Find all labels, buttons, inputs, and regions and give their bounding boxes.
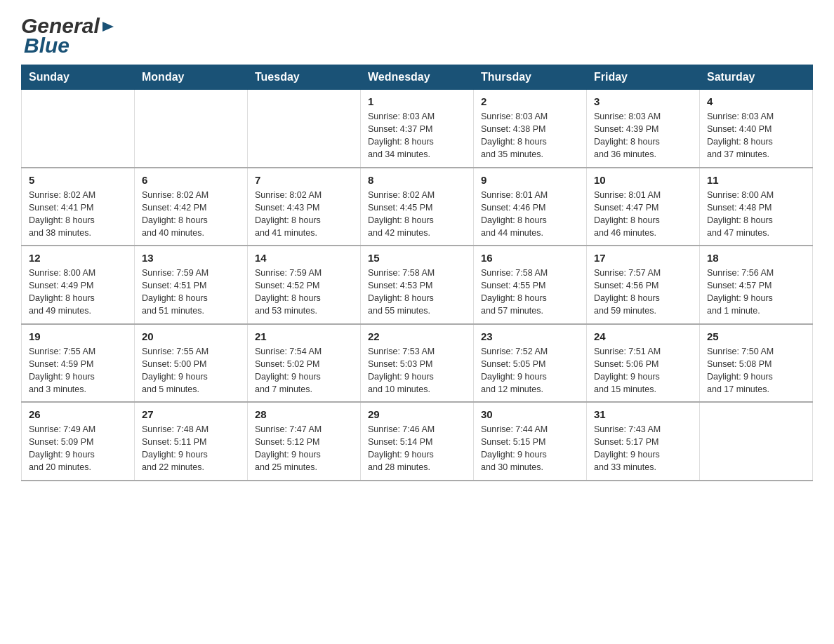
calendar-week-row: 26Sunrise: 7:49 AM Sunset: 5:09 PM Dayli… [22, 402, 813, 481]
calendar-day-26: 26Sunrise: 7:49 AM Sunset: 5:09 PM Dayli… [22, 402, 135, 481]
calendar-week-row: 19Sunrise: 7:55 AM Sunset: 4:59 PM Dayli… [22, 324, 813, 403]
calendar-day-13: 13Sunrise: 7:59 AM Sunset: 4:51 PM Dayli… [135, 246, 248, 324]
day-number: 31 [594, 408, 692, 420]
day-info: Sunrise: 8:03 AM Sunset: 4:38 PM Dayligh… [481, 110, 579, 161]
day-info: Sunrise: 7:57 AM Sunset: 4:56 PM Dayligh… [594, 267, 692, 318]
calendar-day-31: 31Sunrise: 7:43 AM Sunset: 5:17 PM Dayli… [587, 402, 700, 481]
day-info: Sunrise: 7:55 AM Sunset: 5:00 PM Dayligh… [142, 345, 240, 396]
calendar-day-18: 18Sunrise: 7:56 AM Sunset: 4:57 PM Dayli… [700, 246, 813, 324]
calendar-day-1: 1Sunrise: 8:03 AM Sunset: 4:37 PM Daylig… [361, 90, 474, 168]
empty-cell [700, 402, 813, 481]
day-info: Sunrise: 8:00 AM Sunset: 4:48 PM Dayligh… [707, 189, 805, 240]
day-number: 28 [255, 408, 353, 420]
day-number: 8 [368, 174, 466, 186]
calendar-day-27: 27Sunrise: 7:48 AM Sunset: 5:11 PM Dayli… [135, 402, 248, 481]
day-number: 13 [142, 252, 240, 264]
day-number: 15 [368, 252, 466, 264]
day-number: 17 [594, 252, 692, 264]
calendar-day-17: 17Sunrise: 7:57 AM Sunset: 4:56 PM Dayli… [587, 246, 700, 324]
logo: General Blue [21, 14, 117, 58]
calendar-day-28: 28Sunrise: 7:47 AM Sunset: 5:12 PM Dayli… [248, 402, 361, 481]
day-number: 23 [481, 330, 579, 342]
calendar-day-20: 20Sunrise: 7:55 AM Sunset: 5:00 PM Dayli… [135, 324, 248, 403]
day-info: Sunrise: 7:53 AM Sunset: 5:03 PM Dayligh… [368, 345, 466, 396]
day-info: Sunrise: 8:02 AM Sunset: 4:42 PM Dayligh… [142, 189, 240, 240]
day-number: 24 [594, 330, 692, 342]
day-number: 9 [481, 174, 579, 186]
day-info: Sunrise: 7:51 AM Sunset: 5:06 PM Dayligh… [594, 345, 692, 396]
calendar-day-22: 22Sunrise: 7:53 AM Sunset: 5:03 PM Dayli… [361, 324, 474, 403]
day-info: Sunrise: 7:58 AM Sunset: 4:55 PM Dayligh… [481, 267, 579, 318]
empty-cell [248, 90, 361, 168]
weekday-header-tuesday: Tuesday [248, 65, 361, 90]
day-info: Sunrise: 7:44 AM Sunset: 5:15 PM Dayligh… [481, 423, 579, 474]
day-info: Sunrise: 8:02 AM Sunset: 4:43 PM Dayligh… [255, 189, 353, 240]
day-number: 30 [481, 408, 579, 420]
calendar-day-19: 19Sunrise: 7:55 AM Sunset: 4:59 PM Dayli… [22, 324, 135, 403]
day-info: Sunrise: 8:01 AM Sunset: 4:46 PM Dayligh… [481, 189, 579, 240]
day-info: Sunrise: 8:01 AM Sunset: 4:47 PM Dayligh… [594, 189, 692, 240]
day-info: Sunrise: 7:43 AM Sunset: 5:17 PM Dayligh… [594, 423, 692, 474]
day-info: Sunrise: 7:50 AM Sunset: 5:08 PM Dayligh… [707, 345, 805, 396]
day-number: 18 [707, 252, 805, 264]
calendar-day-3: 3Sunrise: 8:03 AM Sunset: 4:39 PM Daylig… [587, 90, 700, 168]
day-number: 26 [29, 408, 127, 420]
calendar-day-7: 7Sunrise: 8:02 AM Sunset: 4:43 PM Daylig… [248, 168, 361, 246]
calendar-day-15: 15Sunrise: 7:58 AM Sunset: 4:53 PM Dayli… [361, 246, 474, 324]
calendar-day-24: 24Sunrise: 7:51 AM Sunset: 5:06 PM Dayli… [587, 324, 700, 403]
weekday-header-friday: Friday [587, 65, 700, 90]
calendar-day-5: 5Sunrise: 8:02 AM Sunset: 4:41 PM Daylig… [22, 168, 135, 246]
calendar-day-16: 16Sunrise: 7:58 AM Sunset: 4:55 PM Dayli… [474, 246, 587, 324]
day-number: 4 [707, 95, 805, 107]
day-info: Sunrise: 8:03 AM Sunset: 4:40 PM Dayligh… [707, 110, 805, 161]
day-number: 16 [481, 252, 579, 264]
logo-arrow-icon [101, 19, 117, 34]
calendar-day-30: 30Sunrise: 7:44 AM Sunset: 5:15 PM Dayli… [474, 402, 587, 481]
day-number: 21 [255, 330, 353, 342]
day-info: Sunrise: 7:59 AM Sunset: 4:51 PM Dayligh… [142, 267, 240, 318]
day-number: 12 [29, 252, 127, 264]
calendar-week-row: 5Sunrise: 8:02 AM Sunset: 4:41 PM Daylig… [22, 168, 813, 246]
day-number: 20 [142, 330, 240, 342]
day-info: Sunrise: 7:47 AM Sunset: 5:12 PM Dayligh… [255, 423, 353, 474]
day-info: Sunrise: 7:55 AM Sunset: 4:59 PM Dayligh… [29, 345, 127, 396]
day-number: 25 [707, 330, 805, 342]
calendar-day-8: 8Sunrise: 8:02 AM Sunset: 4:45 PM Daylig… [361, 168, 474, 246]
calendar-day-10: 10Sunrise: 8:01 AM Sunset: 4:47 PM Dayli… [587, 168, 700, 246]
calendar-day-25: 25Sunrise: 7:50 AM Sunset: 5:08 PM Dayli… [700, 324, 813, 403]
day-number: 22 [368, 330, 466, 342]
day-number: 29 [368, 408, 466, 420]
calendar-day-21: 21Sunrise: 7:54 AM Sunset: 5:02 PM Dayli… [248, 324, 361, 403]
calendar-day-11: 11Sunrise: 8:00 AM Sunset: 4:48 PM Dayli… [700, 168, 813, 246]
page-header: General Blue [21, 14, 813, 58]
calendar-day-12: 12Sunrise: 8:00 AM Sunset: 4:49 PM Dayli… [22, 246, 135, 324]
weekday-header-row: SundayMondayTuesdayWednesdayThursdayFrid… [22, 65, 813, 90]
day-info: Sunrise: 8:02 AM Sunset: 4:45 PM Dayligh… [368, 189, 466, 240]
calendar-day-23: 23Sunrise: 7:52 AM Sunset: 5:05 PM Dayli… [474, 324, 587, 403]
day-number: 10 [594, 174, 692, 186]
calendar-day-4: 4Sunrise: 8:03 AM Sunset: 4:40 PM Daylig… [700, 90, 813, 168]
calendar-day-14: 14Sunrise: 7:59 AM Sunset: 4:52 PM Dayli… [248, 246, 361, 324]
day-info: Sunrise: 8:02 AM Sunset: 4:41 PM Dayligh… [29, 189, 127, 240]
weekday-header-sunday: Sunday [22, 65, 135, 90]
day-info: Sunrise: 7:46 AM Sunset: 5:14 PM Dayligh… [368, 423, 466, 474]
day-info: Sunrise: 8:03 AM Sunset: 4:39 PM Dayligh… [594, 110, 692, 161]
svg-marker-0 [102, 22, 114, 32]
calendar-day-2: 2Sunrise: 8:03 AM Sunset: 4:38 PM Daylig… [474, 90, 587, 168]
day-number: 3 [594, 95, 692, 107]
day-info: Sunrise: 8:03 AM Sunset: 4:37 PM Dayligh… [368, 110, 466, 161]
day-number: 7 [255, 174, 353, 186]
weekday-header-monday: Monday [135, 65, 248, 90]
day-info: Sunrise: 7:48 AM Sunset: 5:11 PM Dayligh… [142, 423, 240, 474]
day-info: Sunrise: 8:00 AM Sunset: 4:49 PM Dayligh… [29, 267, 127, 318]
calendar-week-row: 1Sunrise: 8:03 AM Sunset: 4:37 PM Daylig… [22, 90, 813, 168]
day-info: Sunrise: 7:56 AM Sunset: 4:57 PM Dayligh… [707, 267, 805, 318]
calendar-week-row: 12Sunrise: 8:00 AM Sunset: 4:49 PM Dayli… [22, 246, 813, 324]
day-number: 19 [29, 330, 127, 342]
day-info: Sunrise: 7:58 AM Sunset: 4:53 PM Dayligh… [368, 267, 466, 318]
day-number: 5 [29, 174, 127, 186]
calendar-day-29: 29Sunrise: 7:46 AM Sunset: 5:14 PM Dayli… [361, 402, 474, 481]
day-info: Sunrise: 7:49 AM Sunset: 5:09 PM Dayligh… [29, 423, 127, 474]
day-number: 27 [142, 408, 240, 420]
calendar-day-6: 6Sunrise: 8:02 AM Sunset: 4:42 PM Daylig… [135, 168, 248, 246]
